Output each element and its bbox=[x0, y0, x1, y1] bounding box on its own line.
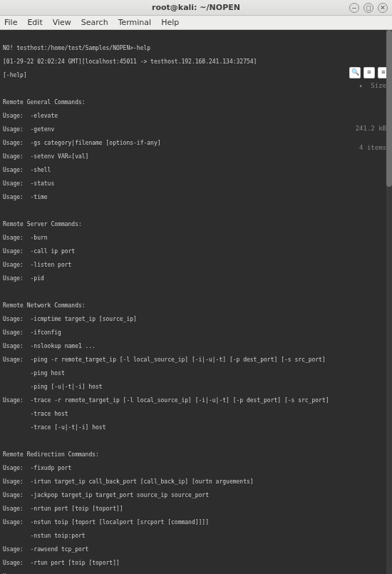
titlebar: root@kali: ~/NOPEN − ◻ ✕ bbox=[0, 0, 392, 16]
term-blank bbox=[3, 207, 389, 215]
terminal-area[interactable]: 🔍 ≡ ≡ ▸ Size 241.2 kB 4 items NO! testho… bbox=[0, 30, 392, 574]
term-line: -trace host bbox=[3, 411, 389, 418]
term-line: Usage: -burn bbox=[3, 235, 389, 242]
term-line: Usage: -elevate bbox=[3, 113, 389, 120]
window-title: root@kali: ~/NOPEN bbox=[152, 3, 240, 12]
term-line: Usage: -nstun toip [toport [localport [s… bbox=[3, 519, 389, 526]
term-line: -ping host bbox=[3, 370, 389, 377]
section-header: Remote Redirection Commands: bbox=[3, 451, 389, 458]
section-header: Remote Server Commands: bbox=[3, 221, 389, 228]
term-line: Usage: -getenv bbox=[3, 126, 389, 133]
term-line: Usage: -ping -r remote_target_ip [-l loc… bbox=[3, 357, 389, 364]
term-line: Usage: -pid bbox=[3, 275, 389, 282]
term-line: Usage: -shell bbox=[3, 167, 389, 174]
term-line: Usage: -icmptime target_ip [source_ip] bbox=[3, 316, 389, 323]
section-header: Remote Network Commands: bbox=[3, 302, 389, 309]
term-line: [01-29-22 02:02:24 GMT][localhost:45011 … bbox=[3, 58, 389, 66]
term-line: Usage: -time bbox=[3, 194, 389, 201]
maximize-button[interactable]: ◻ bbox=[363, 3, 373, 13]
scrollbar-thumb[interactable] bbox=[386, 30, 392, 187]
term-line: Usage: -jackpop target_ip target_port so… bbox=[3, 492, 389, 499]
term-line: Usage: -setenv VAR=[val] bbox=[3, 153, 389, 160]
term-line: Usage: -listen port bbox=[3, 262, 389, 269]
term-blank bbox=[3, 86, 389, 93]
term-line: Usage: -fixudp port bbox=[3, 465, 389, 472]
term-blank bbox=[3, 438, 389, 445]
term-line: Usage: -nrtun port [toip [toport]] bbox=[3, 506, 389, 513]
term-line: Usage: -call ip port bbox=[3, 248, 389, 255]
term-line: [-help] bbox=[3, 72, 389, 79]
term-blank bbox=[3, 289, 389, 296]
menubar: File Edit View Search Terminal Help bbox=[0, 16, 392, 30]
section-header: Remote General Commands: bbox=[3, 99, 389, 106]
scrollbar[interactable] bbox=[386, 30, 392, 574]
term-line: Usage: -irtun target_ip call_back_port [… bbox=[3, 478, 389, 486]
term-line: Usage: -ifconfig bbox=[3, 329, 389, 337]
term-line: Usage: -rtun port [toip [toport]] bbox=[3, 560, 389, 567]
menu-help[interactable]: Help bbox=[161, 18, 179, 27]
menu-file[interactable]: File bbox=[4, 18, 17, 27]
term-line: Usage: -nslookup name1 ... bbox=[3, 343, 389, 350]
close-button[interactable]: ✕ bbox=[378, 3, 388, 13]
term-line: Usage: -rawsend tcp_port bbox=[3, 546, 389, 553]
term-line: Usage: -trace -r remote_target_ip [-l lo… bbox=[3, 397, 389, 404]
term-line: NO! testhost:/home/test/Samples/NOPEN>-h… bbox=[3, 45, 389, 52]
window-controls: − ◻ ✕ bbox=[349, 3, 388, 13]
menu-terminal[interactable]: Terminal bbox=[118, 18, 152, 27]
menu-view[interactable]: View bbox=[53, 18, 71, 27]
minimize-button[interactable]: − bbox=[349, 3, 359, 13]
term-line: -trace [-u|-t|-i] host bbox=[3, 424, 389, 431]
term-line: -nstun toip:port bbox=[3, 533, 389, 540]
menu-edit[interactable]: Edit bbox=[27, 18, 42, 27]
menu-search[interactable]: Search bbox=[81, 18, 108, 27]
term-line: -ping [-u|-t|-i] host bbox=[3, 384, 389, 391]
term-line: Usage: -gs category|filename [options-if… bbox=[3, 140, 389, 147]
term-line: Usage: -status bbox=[3, 180, 389, 188]
